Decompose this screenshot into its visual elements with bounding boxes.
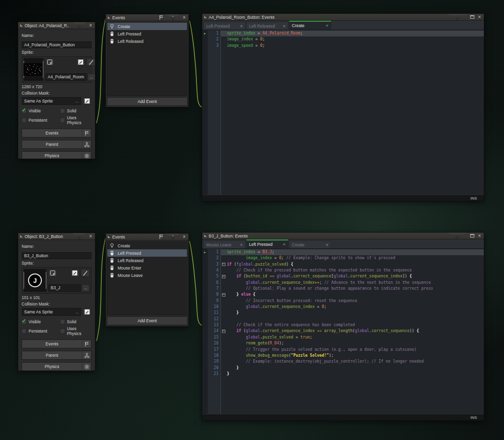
line-number: 5: [208, 273, 220, 279]
current-line-arrow-icon: ▶: [202, 249, 208, 255]
new-sprite-button[interactable]: [48, 269, 57, 277]
chain-notch[interactable]: +: [166, 14, 180, 21]
gear-icon: [82, 363, 91, 371]
status-bar: INS: [202, 195, 484, 201]
event-item-left-released[interactable]: Left Released: [107, 37, 187, 45]
tab-create[interactable]: Create×: [289, 240, 331, 248]
sprite-name-field[interactable]: A4_Polaroid_Room: [45, 73, 87, 81]
checkbox-label: Uses Physics: [67, 115, 92, 125]
edit-sprite-button[interactable]: [87, 58, 95, 66]
chain-notch[interactable]: [447, 14, 468, 20]
close-icon[interactable]: ×: [477, 233, 482, 239]
tab-close-icon[interactable]: ×: [240, 242, 243, 247]
tab-left-released[interactable]: Left Released×: [246, 22, 288, 30]
dock-icon: [204, 16, 207, 18]
tab-left-pressed[interactable]: Left Pressed×: [203, 22, 246, 30]
code-text: global.puzzle_solved = true;: [227, 335, 312, 340]
tab-mouse-leave[interactable]: Mouse Leave×: [203, 240, 246, 248]
edit-sprite-button[interactable]: [81, 269, 90, 277]
sprite-label: Sprite:: [22, 50, 92, 55]
sprite-name-field[interactable]: B3_J: [48, 284, 81, 292]
events-button[interactable]: Events: [22, 339, 92, 348]
new-sprite-button[interactable]: [45, 58, 54, 66]
fold-toggle-icon[interactable]: −: [222, 263, 225, 266]
tab-close-icon[interactable]: ×: [240, 24, 243, 29]
chain-notch[interactable]: [72, 233, 86, 239]
checkbox-visible[interactable]: ✓Visible: [22, 319, 60, 324]
check-icon: ✓: [22, 107, 26, 113]
window-titlebar[interactable]: Events + ×: [106, 234, 189, 240]
fold-toggle-icon[interactable]: −: [222, 293, 225, 297]
checkbox-persistent[interactable]: Persistent: [22, 115, 60, 125]
close-icon[interactable]: ×: [182, 15, 187, 21]
window-titlebar[interactable]: A4_Polaroid_Room_Button: Events ×: [202, 14, 484, 21]
sprite-thumbnail[interactable]: [24, 58, 43, 81]
event-item-create[interactable]: Create: [107, 23, 187, 30]
close-icon[interactable]: ×: [182, 234, 187, 240]
name-input[interactable]: [22, 252, 92, 259]
line-number: 19: [208, 359, 220, 365]
mouse-icon: [109, 272, 115, 278]
event-item-mouse-leave[interactable]: Mouse Leave: [107, 271, 187, 279]
tab-close-icon[interactable]: ×: [326, 242, 328, 247]
physics-button[interactable]: Physics: [22, 362, 92, 371]
checkbox-visible[interactable]: ✓Visible: [22, 108, 60, 113]
window-titlebar[interactable]: B3_J_Button: Events ×: [202, 233, 484, 239]
checkbox-uses-physics[interactable]: Uses Physics: [60, 115, 92, 125]
checkbox-persistent[interactable]: Persistent: [22, 326, 60, 336]
physics-button[interactable]: Physics: [22, 151, 92, 159]
maximize-icon[interactable]: [470, 233, 475, 238]
event-item-left-pressed[interactable]: Left Pressed: [107, 30, 187, 37]
edit-image-button[interactable]: [70, 269, 79, 277]
checkbox-solid[interactable]: Solid: [60, 108, 92, 113]
event-item-left-pressed[interactable]: Left Pressed: [107, 249, 187, 257]
maximize-icon[interactable]: [470, 14, 475, 20]
event-item-label: Create: [118, 243, 130, 248]
collision-browse-button[interactable]: ...: [75, 310, 79, 314]
fold-toggle-icon[interactable]: −: [222, 275, 225, 278]
collision-mode-field[interactable]: Same As Sprite ...: [22, 97, 81, 105]
sprite-thumbnail[interactable]: J: [24, 269, 46, 292]
flag-icon: [158, 234, 164, 239]
tab-create[interactable]: Create×: [289, 21, 331, 30]
fold-toggle-icon[interactable]: −: [222, 330, 225, 333]
code-editor[interactable]: ▶1sprite_index = B3_J;2 image_index = 0;…: [202, 249, 484, 414]
sprite-browse-button[interactable]: ...: [82, 284, 90, 292]
tab-left-pressed[interactable]: Left Pressed×: [246, 239, 288, 248]
add-event-button[interactable]: Add Event: [107, 97, 188, 106]
window-titlebar[interactable]: Object: A4_Polaroid_R... ×: [18, 22, 95, 29]
checkbox-box: [60, 329, 65, 334]
event-item-left-released[interactable]: Left Released: [107, 257, 187, 264]
parent-button[interactable]: Parent: [22, 140, 92, 149]
edit-mask-button[interactable]: [83, 97, 92, 105]
tab-label: Create: [292, 242, 324, 247]
window-titlebar[interactable]: Object: B3_J_Button ×: [18, 233, 95, 240]
add-event-button[interactable]: Add Event: [107, 316, 188, 325]
code-editor[interactable]: ▶1sprite_index = A4_Polaroid_Room;2image…: [202, 30, 484, 195]
sprite-browse-button[interactable]: ...: [88, 73, 95, 81]
chain-notch[interactable]: +: [166, 234, 180, 240]
close-icon[interactable]: ×: [88, 234, 93, 239]
edit-mask-button[interactable]: [83, 308, 92, 316]
collision-mode-field[interactable]: Same As Sprite ...: [22, 308, 81, 316]
name-input[interactable]: [22, 41, 92, 48]
tab-close-icon[interactable]: ×: [326, 23, 328, 28]
line-number: 3: [208, 43, 220, 49]
event-item-create[interactable]: Create: [107, 242, 187, 249]
window-titlebar[interactable]: Events + ×: [106, 14, 189, 21]
checkbox-uses-physics[interactable]: Uses Physics: [60, 326, 92, 336]
chain-notch[interactable]: [73, 22, 86, 29]
tab-close-icon[interactable]: ×: [283, 24, 285, 29]
close-icon[interactable]: ×: [88, 23, 93, 29]
tab-close-icon[interactable]: ×: [283, 242, 285, 247]
code-line: 7 // Optional: Play a sound or change bu…: [202, 286, 484, 292]
chain-notch[interactable]: [447, 233, 468, 239]
sprite-label: Sprite:: [22, 261, 92, 266]
collision-browse-button[interactable]: ...: [75, 99, 79, 103]
close-icon[interactable]: ×: [477, 14, 482, 20]
edit-image-button[interactable]: [76, 58, 85, 66]
event-item-mouse-enter[interactable]: Mouse Enter: [107, 264, 187, 271]
parent-button[interactable]: Parent: [22, 351, 92, 360]
checkbox-solid[interactable]: Solid: [60, 319, 92, 324]
events-button[interactable]: Events: [22, 129, 92, 137]
